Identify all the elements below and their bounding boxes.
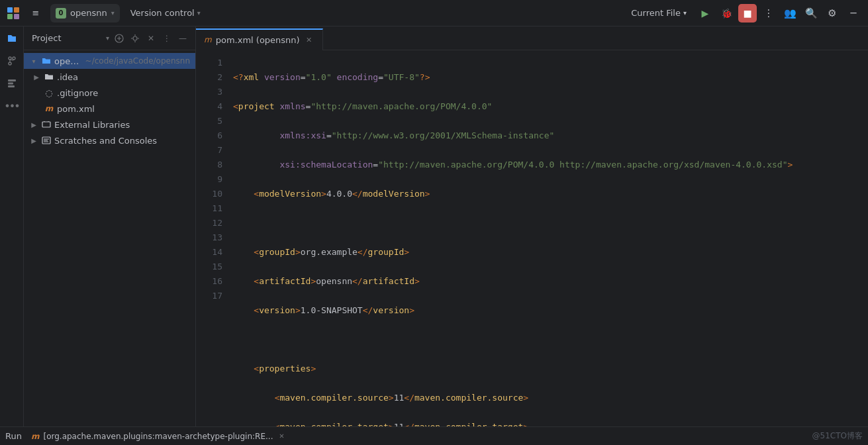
maven-tab-icon: m (31, 432, 40, 441)
hamburger-menu[interactable]: ≡ (26, 4, 45, 23)
collab-icon: 👥 (784, 7, 796, 19)
svg-rect-9 (8, 85, 15, 87)
stop-icon: ■ (743, 8, 751, 19)
tree-label-opensnn: opensnn (54, 56, 80, 66)
current-file-label: Current File (631, 8, 681, 18)
code-editor[interactable]: 12345 678910 1112131415 1617 <?xml versi… (196, 50, 868, 426)
topbar: ≡ 0 opensnn ▾ Version control ▾ Current … (0, 0, 868, 26)
tree-label-idea: .idea (57, 72, 78, 82)
tree-item-scratches[interactable]: ▶ Scratches and Consoles (24, 132, 195, 148)
editor-tabs: m pom.xml (opensnn) ✕ (196, 26, 868, 50)
pom-icon: m (44, 103, 54, 114)
locate-button[interactable] (128, 31, 142, 46)
tree-label-scratches: Scratches and Consoles (54, 136, 157, 146)
search-icon: 🔍 (805, 7, 818, 19)
tree-item-idea[interactable]: ▶ .idea (24, 69, 195, 85)
vcs-label: Version control (130, 8, 195, 18)
tree-item-gitignore[interactable]: ◌ .gitignore (24, 85, 195, 101)
panel-title-chevron: ▾ (106, 34, 109, 42)
more-options-icon: ⋮ (764, 7, 774, 19)
watermark: @51CTO博客 (812, 430, 863, 442)
svg-rect-8 (8, 83, 13, 85)
tree-label-pom: pom.xml (57, 104, 95, 114)
sidebar-item-project[interactable] (3, 29, 21, 48)
tree-chevron-idea: ▶ (32, 72, 41, 81)
hamburger-icon: ≡ (32, 8, 40, 18)
tree-item-external-libs[interactable]: ▶ External Libraries (24, 117, 195, 132)
panel-header: Project ▾ ✕ ⋮ — (24, 26, 195, 50)
folder-icon-idea (44, 72, 54, 82)
more-icon: ••• (4, 100, 19, 113)
external-libs-icon (41, 119, 52, 130)
sidebar-icon-strip: ••• (0, 26, 24, 426)
minimize-button[interactable]: ─ (844, 4, 863, 23)
stop-button[interactable]: ■ (738, 4, 757, 23)
maven-tab[interactable]: m [org.apache.maven.plugins:maven-archet… (26, 428, 292, 444)
minimize-icon: ─ (850, 7, 856, 19)
panel-title: Project (32, 33, 103, 43)
tree-label-external-libs: External Libraries (54, 120, 130, 130)
search-button[interactable]: 🔍 (802, 4, 820, 23)
collab-button[interactable]: 👥 (781, 4, 799, 23)
run-button[interactable]: ▶ (696, 4, 714, 23)
sidebar-item-more[interactable]: ••• (3, 97, 21, 115)
scratches-icon (41, 135, 52, 146)
project-selector-chevron: ▾ (111, 9, 115, 17)
more-options-button[interactable]: ⋮ (759, 4, 778, 23)
line-numbers: 12345 678910 1112131415 1617 (196, 50, 228, 426)
tab-pom-icon: m (204, 35, 212, 44)
project-selector[interactable]: 0 opensnn ▾ (50, 4, 120, 23)
bottom-panel: Run m [org.apache.maven.plugins:maven-ar… (0, 426, 868, 445)
settings-button[interactable]: ⚙ (823, 4, 842, 23)
svg-rect-0 (7, 7, 13, 13)
project-name-label: opensnn (70, 8, 107, 18)
debug-icon: 🐞 (721, 8, 732, 19)
svg-rect-7 (8, 79, 16, 81)
panel-header-icons: ✕ ⋮ — (112, 31, 190, 46)
svg-point-11 (133, 36, 137, 40)
file-tree: ▾ opensnn ~/code/javaCode/opensnn ▶ .ide… (24, 50, 195, 426)
tree-chevron-scratches: ▶ (29, 136, 38, 145)
svg-point-5 (9, 62, 11, 65)
sidebar-item-vcs[interactable] (3, 52, 21, 70)
panel-collapse-button[interactable]: — (175, 31, 190, 46)
tree-chevron-external-libs: ▶ (29, 120, 38, 129)
gitignore-icon: ◌ (44, 87, 54, 98)
vcs-button[interactable]: Version control ▾ (125, 4, 206, 23)
main-layout: ••• Project ▾ ✕ ⋮ — ▾ (0, 26, 868, 426)
folder-icon-opensnn (41, 56, 52, 66)
svg-rect-3 (14, 14, 19, 19)
maven-tab-label: [org.apache.maven.plugins:maven-archetyp… (43, 432, 273, 441)
editor-area: m pom.xml (opensnn) ✕ 12345 678910 11121… (196, 26, 868, 426)
maven-tab-close[interactable]: ✕ (277, 432, 286, 441)
debug-button[interactable]: 🐞 (717, 4, 736, 23)
tab-pom-label: pom.xml (opensnn) (216, 35, 300, 45)
svg-rect-12 (42, 122, 50, 127)
topbar-right: Current File ▾ ▶ 🐞 ■ ⋮ 👥 🔍 ⚙ ─ (624, 4, 863, 23)
tree-chevron-opensnn: ▾ (29, 56, 38, 66)
current-file-chevron: ▾ (683, 9, 687, 17)
project-panel: Project ▾ ✕ ⋮ — ▾ opensnn (24, 26, 196, 426)
close-panel-button[interactable]: ✕ (144, 31, 158, 46)
svg-rect-2 (7, 14, 13, 19)
tab-pom-close[interactable]: ✕ (304, 34, 314, 45)
panel-more-button[interactable]: ⋮ (160, 31, 174, 46)
project-dot: 0 (56, 8, 66, 19)
sidebar-item-structure[interactable] (3, 74, 21, 93)
tab-pom-xml[interactable]: m pom.xml (opensnn) ✕ (196, 28, 323, 50)
tree-item-opensnn[interactable]: ▾ opensnn ~/code/javaCode/opensnn (24, 53, 195, 69)
settings-icon: ⚙ (828, 7, 836, 19)
tree-label-gitignore: .gitignore (57, 88, 98, 98)
tree-sublabel-opensnn: ~/code/javaCode/opensnn (85, 56, 190, 66)
run-icon: ▶ (702, 8, 709, 19)
add-button[interactable] (112, 31, 126, 46)
run-tab-label: Run (5, 431, 22, 441)
current-file-button[interactable]: Current File ▾ (624, 4, 693, 23)
svg-point-6 (13, 57, 15, 60)
vcs-chevron: ▾ (197, 9, 201, 17)
app-logo (5, 5, 21, 21)
svg-rect-1 (14, 7, 19, 13)
code-content[interactable]: <?xml version="1.0" encoding="UTF-8"?> <… (228, 50, 868, 426)
tree-item-pom[interactable]: m pom.xml (24, 101, 195, 117)
